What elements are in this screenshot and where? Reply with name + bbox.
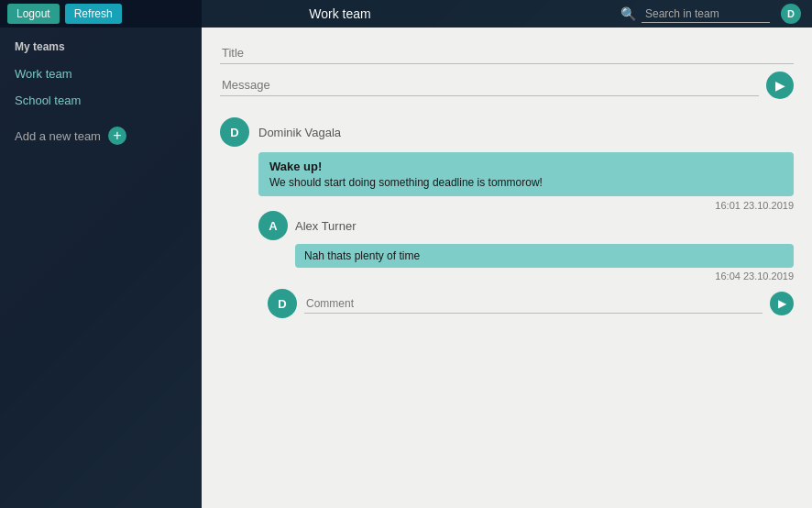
send-icon: ▶: [775, 78, 785, 93]
post-body: Wake up! We should start doing something…: [258, 152, 794, 196]
post-title: Wake up!: [269, 160, 783, 173]
search-input[interactable]: [642, 6, 770, 23]
add-team-button[interactable]: Add a new team +: [0, 117, 202, 154]
reply-message: Nah thats plenty of time: [304, 249, 785, 262]
add-team-label: Add a new team: [15, 129, 101, 143]
comment-row: D ▶: [268, 289, 794, 318]
content-area: ▶ D Dominik Vagala Wake up! We should st…: [202, 28, 812, 508]
avatar: D: [220, 117, 249, 147]
logout-button[interactable]: Logout: [7, 4, 60, 24]
topbar: Work team 🔍 D: [202, 0, 812, 28]
post-message: We should start doing something deadline…: [269, 176, 783, 189]
comment-input[interactable]: [304, 294, 763, 314]
post-header: D Dominik Vagala: [220, 117, 794, 147]
sidebar-item-school-team[interactable]: School team: [0, 87, 202, 114]
reply-body: Nah thats plenty of time: [295, 244, 794, 268]
main-panel: Work team 🔍 D ▶ D Dominik Vagala Wa: [202, 0, 812, 508]
post-author: Dominik Vagala: [258, 126, 341, 139]
refresh-button[interactable]: Refresh: [65, 4, 122, 24]
page-title: Work team: [213, 6, 467, 21]
search-icon: 🔍: [620, 6, 636, 21]
new-post-message-input[interactable]: [220, 74, 759, 96]
reply-timestamp: 16:04 23.10.2019: [295, 271, 794, 282]
new-post-send-button[interactable]: ▶: [766, 72, 794, 99]
new-post-row: ▶: [220, 72, 794, 99]
search-area: 🔍: [515, 6, 770, 23]
my-teams-label: My teams: [0, 28, 202, 61]
reply-author: Alex Turner: [295, 219, 356, 233]
add-team-plus-icon: +: [108, 127, 126, 145]
new-post-form: ▶: [220, 42, 794, 99]
reply-avatar: A: [258, 211, 288, 240]
post-timestamp: 16:01 23.10.2019: [258, 200, 794, 211]
comment-send-button[interactable]: ▶: [770, 292, 794, 315]
sidebar-item-work-team[interactable]: Work team: [0, 61, 202, 87]
sidebar: Logout Refresh My teams Work team School…: [0, 0, 202, 508]
new-post-title-input[interactable]: [220, 42, 794, 64]
comment-send-icon: ▶: [778, 297, 786, 310]
comment-avatar: D: [268, 289, 297, 318]
user-avatar-top: D: [781, 4, 801, 24]
sidebar-header: Logout Refresh: [0, 0, 202, 28]
reply-header: A Alex Turner: [258, 211, 794, 240]
post-card: D Dominik Vagala Wake up! We should star…: [220, 117, 794, 318]
reply-card: A Alex Turner Nah thats plenty of time 1…: [258, 211, 794, 282]
